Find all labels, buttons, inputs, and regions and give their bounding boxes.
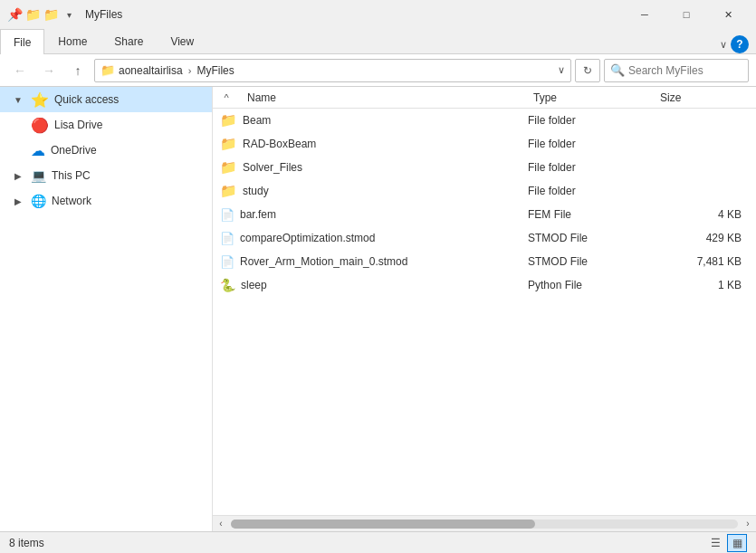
search-box[interactable]: 🔍: [604, 59, 749, 82]
column-header-type[interactable]: Type: [526, 87, 653, 109]
search-input[interactable]: [628, 64, 756, 77]
file-type-sleep: Python File: [521, 273, 647, 297]
view-list-button[interactable]: ☰: [705, 534, 725, 552]
file-name-sleep: 🐍 sleep: [213, 273, 521, 297]
file-size-solver-files: [647, 156, 756, 179]
back-button[interactable]: ←: [7, 58, 33, 83]
quick-access-icon: ⭐: [31, 91, 49, 109]
file-name-bar-fem: 📄 bar.fem: [213, 203, 521, 226]
folder-icon: 📁: [220, 159, 237, 176]
window-title: MyFiles: [85, 8, 618, 21]
sidebar-item-label-network: Network: [52, 195, 205, 207]
window-controls: ─ □ ✕: [624, 0, 749, 29]
scroll-left-button[interactable]: ‹: [213, 516, 229, 532]
folder-icon: 📁: [220, 183, 237, 199]
file-name-solver-files: 📁 Solver_Files: [213, 156, 521, 179]
titlebar: 📌 📁 📁 ▾ MyFiles ─ □ ✕: [0, 0, 756, 29]
tab-view[interactable]: View: [157, 28, 207, 53]
sidebar-item-label-quick-access: Quick access: [54, 93, 205, 106]
scroll-thumb[interactable]: [231, 520, 535, 529]
ribbon-chevron-icon[interactable]: ∨: [720, 39, 727, 51]
file-type-rad-boxbeam: File folder: [521, 132, 647, 156]
sidebar-item-label-onedrive: OneDrive: [51, 144, 205, 157]
folder-icon2: 📁: [43, 7, 58, 22]
column-sort-bar: ^ Name Type Size: [213, 87, 756, 109]
pin-icon: 📌: [7, 7, 22, 22]
ribbon-tabs: File Home Share View ∨ ?: [0, 29, 756, 54]
table-row[interactable]: 📁 study File folder: [213, 179, 756, 203]
file-type-bar-fem: FEM File: [521, 203, 647, 226]
table-row[interactable]: 📄 Rover_Arm_Motion_main_0.stmod STMOD Fi…: [213, 250, 756, 273]
forward-button[interactable]: →: [36, 58, 62, 83]
table-row[interactable]: 📁 RAD-BoxBeam File folder: [213, 132, 756, 156]
addressbar-breadcrumb-root: aonealtairlisa: [119, 64, 183, 77]
table-row[interactable]: 📄 bar.fem FEM File 4 KB: [213, 203, 756, 226]
main-area: ▼ ⭐ Quick access ▶ 🔴 Lisa Drive ▶ ☁ OneD…: [0, 87, 756, 531]
file-type-compare-opt: STMOD File: [521, 226, 647, 250]
title-chevron-icon: ▾: [62, 7, 76, 22]
file-size-rad-boxbeam: [647, 132, 756, 156]
sidebar-item-label-this-pc: This PC: [52, 169, 205, 182]
document-icon: 📄: [220, 232, 234, 245]
addressbar-breadcrumb-current: MyFiles: [196, 64, 234, 77]
file-size-study: [647, 179, 756, 203]
file-type-study: File folder: [521, 179, 647, 203]
file-size-beam: [647, 109, 756, 132]
onedrive-icon: ☁: [31, 142, 45, 159]
sidebar-item-quick-access[interactable]: ▼ ⭐ Quick access: [0, 87, 212, 112]
this-pc-icon: 💻: [31, 168, 46, 183]
close-button[interactable]: ✕: [707, 0, 749, 29]
document-icon: 📄: [220, 255, 234, 269]
file-name-rad-boxbeam: 📁 RAD-BoxBeam: [213, 132, 521, 156]
sidebar-item-network[interactable]: ▶ 🌐 Network: [0, 188, 212, 214]
search-icon: 🔍: [610, 63, 625, 77]
quick-access-expand-icon: ▼: [11, 92, 25, 107]
document-icon: 📄: [220, 208, 234, 222]
addressbar-chevron-icon[interactable]: ∨: [558, 64, 565, 76]
scroll-right-button[interactable]: ›: [740, 516, 756, 532]
status-items-count: 8 items: [9, 537, 698, 549]
this-pc-expand-icon: ▶: [11, 168, 25, 183]
view-detail-button[interactable]: ▦: [727, 534, 747, 552]
horizontal-scrollbar[interactable]: ‹ ›: [213, 515, 756, 531]
folder-icon: 📁: [220, 112, 237, 129]
folder-icon: 📁: [25, 7, 40, 22]
python-file-icon: 🐍: [220, 278, 235, 292]
file-name-study: 📁 study: [213, 179, 521, 203]
statusbar: 8 items ☰ ▦: [0, 531, 756, 553]
sidebar-item-this-pc[interactable]: ▶ 💻 This PC: [0, 163, 212, 188]
tab-share[interactable]: Share: [100, 28, 157, 53]
file-type-beam: File folder: [521, 109, 647, 132]
scroll-track[interactable]: [231, 520, 738, 529]
table-row[interactable]: 📁 Beam File folder: [213, 109, 756, 132]
sidebar-item-onedrive[interactable]: ▶ ☁ OneDrive: [0, 138, 212, 163]
refresh-button[interactable]: ↻: [575, 59, 600, 82]
table-row[interactable]: 🐍 sleep Python File 1 KB: [213, 273, 756, 297]
table-row[interactable]: 📄 compareOptimization.stmod STMOD File 4…: [213, 226, 756, 250]
minimize-button[interactable]: ─: [624, 0, 665, 29]
tab-home[interactable]: Home: [44, 28, 100, 53]
view-toggle-buttons: ☰ ▦: [705, 534, 747, 552]
file-name-beam: 📁 Beam: [213, 109, 521, 132]
help-button[interactable]: ?: [731, 35, 749, 53]
file-size-compare-opt: 429 KB: [647, 226, 756, 250]
addressbar-folder-icon: 📁: [100, 63, 115, 77]
file-name-rover-arm: 📄 Rover_Arm_Motion_main_0.stmod: [213, 250, 521, 273]
table-row[interactable]: 📁 Solver_Files File folder: [213, 156, 756, 179]
sidebar-item-lisa-drive[interactable]: ▶ 🔴 Lisa Drive: [0, 112, 212, 138]
column-header-name[interactable]: Name: [240, 87, 526, 109]
file-size-bar-fem: 4 KB: [647, 203, 756, 226]
column-header-size[interactable]: Size: [653, 87, 756, 109]
sort-chevron-icon: ^: [213, 92, 240, 103]
file-name-compare-opt: 📄 compareOptimization.stmod: [213, 226, 521, 250]
file-type-rover-arm: STMOD File: [521, 250, 647, 273]
addressbar[interactable]: 📁 aonealtairlisa › MyFiles ∨: [94, 59, 571, 82]
tab-file[interactable]: File: [0, 29, 44, 54]
network-icon: 🌐: [31, 194, 46, 208]
network-expand-icon: ▶: [11, 194, 25, 208]
file-type-solver-files: File folder: [521, 156, 647, 179]
file-size-sleep: 1 KB: [647, 273, 756, 297]
maximize-button[interactable]: □: [665, 0, 707, 29]
up-button[interactable]: ↑: [65, 58, 91, 83]
content-area: ^ Name Type Size 📁 Beam File folder 📁 RA…: [213, 87, 756, 531]
